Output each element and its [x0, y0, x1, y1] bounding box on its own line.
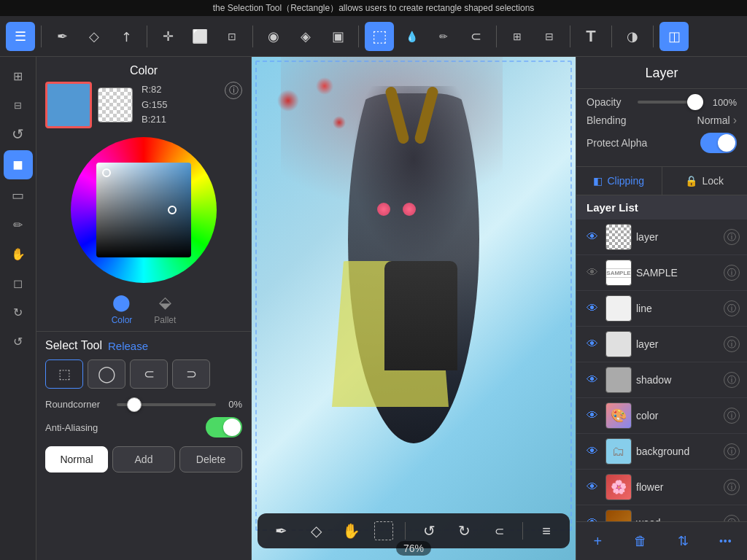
- lasso-select-button[interactable]: ⊂: [130, 359, 168, 389]
- eraser-left-button[interactable]: ◻: [5, 270, 31, 296]
- color-picker-square[interactable]: [96, 163, 191, 257]
- primary-color-swatch[interactable]: [45, 82, 92, 128]
- move-button[interactable]: ✛: [153, 22, 182, 51]
- add-layer-button[interactable]: +: [586, 529, 609, 553]
- menu-canvas-button[interactable]: ≡: [535, 519, 558, 542]
- color-picker-handle-1[interactable]: [102, 168, 111, 177]
- color-info-button[interactable]: ⓘ: [225, 82, 242, 99]
- pencil-button[interactable]: ✏: [429, 22, 458, 51]
- gradient-button[interactable]: ◈: [291, 22, 320, 51]
- layer-info-layer2[interactable]: ⓘ: [724, 336, 740, 352]
- layer-panel-button[interactable]: ◫: [659, 22, 689, 51]
- pen-canvas-button[interactable]: ✒: [269, 519, 293, 542]
- layers-left-button[interactable]: ⊞: [5, 63, 31, 89]
- release-button[interactable]: Release: [108, 340, 148, 352]
- layer-item-shadow[interactable]: 👁 shadow ⓘ: [576, 362, 747, 398]
- color-tab[interactable]: ⬤ Color: [112, 293, 133, 325]
- layer-item-flower[interactable]: 👁 🌸 flower ⓘ: [576, 470, 747, 505]
- layer-info-layer[interactable]: ⓘ: [724, 229, 740, 245]
- layer-item-color[interactable]: 👁 🎨 color ⓘ: [576, 398, 747, 434]
- hand-left-button[interactable]: ✋: [5, 241, 31, 267]
- layer-eye-line[interactable]: 👁: [584, 300, 601, 317]
- texture-button[interactable]: ▣: [323, 22, 352, 51]
- brush-left-button[interactable]: ✏: [5, 211, 31, 238]
- merge-layer-button[interactable]: ⇅: [671, 529, 694, 553]
- ellipse-select-button[interactable]: ◯: [88, 359, 125, 389]
- curve-button[interactable]: ↗: [106, 15, 147, 57]
- layer-item-layer2[interactable]: 👁 layer ⓘ: [576, 327, 747, 362]
- more-layer-button[interactable]: •••: [714, 529, 738, 553]
- layer-info-background[interactable]: ⓘ: [724, 443, 740, 459]
- anti-aliasing-toggle[interactable]: [206, 417, 242, 438]
- layer-item-line[interactable]: 👁 line ⓘ: [576, 291, 747, 327]
- protect-alpha-toggle[interactable]: [700, 133, 737, 153]
- layer-item-wood[interactable]: 👁 wood ⓘ: [576, 505, 747, 521]
- opacity-slider[interactable]: [638, 101, 703, 104]
- hand-canvas-button[interactable]: ✋: [339, 519, 363, 542]
- lasso-canvas-button[interactable]: ⊂: [487, 519, 511, 542]
- color-wheel[interactable]: [71, 137, 217, 283]
- layer-name-flower: flower: [636, 481, 719, 493]
- layer-eye-wood[interactable]: 👁: [584, 514, 601, 521]
- active-tool-left[interactable]: ■: [4, 150, 33, 179]
- fill-button[interactable]: ◉: [259, 22, 288, 51]
- layer-name-line: line: [636, 303, 719, 314]
- eyedrop-button[interactable]: 💧: [397, 22, 426, 51]
- stamp-button[interactable]: ⊞: [503, 22, 532, 51]
- layer-eye-color[interactable]: 👁: [584, 407, 601, 424]
- transform2-button[interactable]: ⊡: [217, 22, 247, 51]
- rect-canvas-button[interactable]: [374, 521, 393, 540]
- diamond-button[interactable]: ◇: [80, 22, 109, 51]
- layer-info-color[interactable]: ⓘ: [724, 408, 740, 424]
- layer-eye-background[interactable]: 👁: [584, 443, 601, 460]
- roundcorner-slider[interactable]: [117, 403, 216, 406]
- layer-eye-shadow[interactable]: 👁: [584, 371, 601, 389]
- diamond-canvas-button[interactable]: ◇: [304, 519, 328, 542]
- toolbar-separator-5: [496, 26, 497, 47]
- rectangle-select-button[interactable]: ⬚: [45, 359, 83, 389]
- lock-button[interactable]: 🔒 Lock: [662, 167, 748, 195]
- menu-button[interactable]: ☰: [6, 22, 35, 51]
- toolbar-separator-4: [358, 26, 359, 47]
- clipping-button[interactable]: ◧ Clipping: [576, 167, 662, 195]
- magnet-select-button[interactable]: ⊃: [172, 359, 210, 389]
- undo-canvas-button[interactable]: ↺: [417, 519, 441, 542]
- transform-button[interactable]: ⬜: [185, 22, 214, 51]
- secondary-color-swatch[interactable]: [98, 88, 133, 122]
- layer-item-layer[interactable]: 👁 layer ⓘ: [576, 219, 747, 255]
- color-picker-handle-2[interactable]: [168, 206, 177, 214]
- add-mode-button[interactable]: Add: [112, 446, 175, 472]
- normal-mode-button[interactable]: Normal: [45, 446, 108, 472]
- redo-canvas-button[interactable]: ↻: [452, 519, 476, 542]
- blending-row[interactable]: Blending Normal ›: [587, 114, 737, 127]
- layer-info-line[interactable]: ⓘ: [724, 300, 740, 316]
- delete-mode-button[interactable]: Delete: [179, 446, 242, 472]
- layer-eye-flower[interactable]: 👁: [584, 478, 601, 496]
- single-left-button[interactable]: ▭: [5, 182, 31, 209]
- layer-eye-layer[interactable]: 👁: [584, 228, 601, 246]
- layer-info-flower[interactable]: ⓘ: [724, 479, 740, 495]
- layer-info-sample[interactable]: ⓘ: [724, 265, 740, 281]
- shape-button[interactable]: ◑: [618, 22, 647, 51]
- select-button[interactable]: ⬚: [365, 22, 394, 51]
- layer-item-background[interactable]: 👁 🗂 background ⓘ: [576, 434, 747, 470]
- undo-left-button[interactable]: ↺: [5, 328, 31, 354]
- layer-thumb-line: [605, 295, 632, 322]
- grid-left-button[interactable]: ⊟: [5, 92, 31, 118]
- layer-info-wood[interactable]: ⓘ: [724, 515, 740, 521]
- redo-left-button[interactable]: ↻: [5, 299, 31, 325]
- layer-info-shadow[interactable]: ⓘ: [724, 372, 740, 388]
- pen-button[interactable]: ✒: [47, 22, 77, 51]
- crop-button[interactable]: ⊟: [535, 22, 564, 51]
- layer-eye-layer2[interactable]: 👁: [584, 335, 601, 353]
- roundcorner-thumb[interactable]: [127, 397, 142, 412]
- opacity-thumb[interactable]: [687, 94, 703, 110]
- canvas-area[interactable]: ✒ ◇ ✋ ↺ ↻ ⊂ ≡ 76%: [252, 57, 576, 560]
- lasso-button[interactable]: ⊂: [461, 22, 490, 51]
- layer-item-sample[interactable]: 👁 SAMPLE SAMPLE ⓘ: [576, 255, 747, 291]
- history-left-button[interactable]: ↺: [5, 121, 31, 147]
- text-button[interactable]: T: [576, 22, 605, 51]
- palette-tab[interactable]: ⬙ Pallet: [154, 293, 176, 325]
- delete-layer-button[interactable]: 🗑: [629, 529, 652, 553]
- layer-eye-sample[interactable]: 👁: [584, 264, 601, 281]
